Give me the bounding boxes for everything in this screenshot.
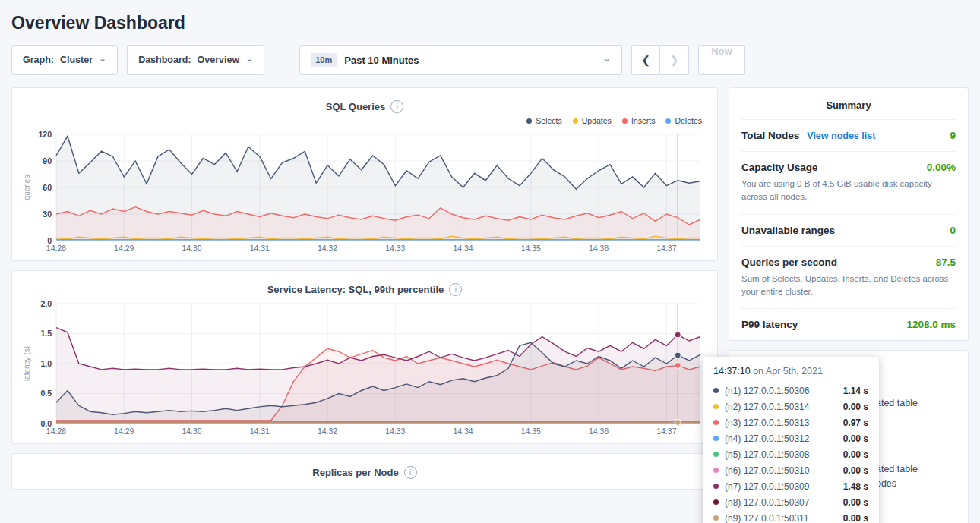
info-icon[interactable]: i xyxy=(449,283,462,296)
legend-dot-icon xyxy=(622,118,628,124)
qps-label: Queries per second xyxy=(741,257,837,268)
svg-text:14:36: 14:36 xyxy=(589,427,609,436)
dashboard-dropdown-value: Overview xyxy=(198,55,240,65)
tooltip-node-row: (n6) 127.0.0.1:503100.00 s xyxy=(713,462,868,478)
view-nodes-list-link[interactable]: View nodes list xyxy=(807,131,875,141)
unavailable-ranges-label: Unavailable ranges xyxy=(741,225,835,236)
time-prev-button[interactable]: ❮ xyxy=(631,45,660,75)
svg-text:60: 60 xyxy=(43,183,52,192)
node-color-dot-icon xyxy=(713,420,719,425)
tooltip-node-row: (n8) 127.0.0.1:503070.00 s xyxy=(713,494,868,510)
service-latency-chart[interactable]: 0.00.51.01.52.014:2814:2914:3014:3114:32… xyxy=(21,298,708,439)
service-latency-chart-card: Service Latency: SQL, 99th percentile i … xyxy=(11,270,718,444)
node-color-dot-icon xyxy=(713,499,719,505)
time-next-button[interactable]: ❯ xyxy=(660,45,689,75)
svg-text:0.5: 0.5 xyxy=(40,389,52,398)
legend-item-deletes[interactable]: Deletes xyxy=(665,116,702,125)
sql-queries-legend: SelectsUpdatesInsertsDeletes xyxy=(21,115,708,128)
node-color-dot-icon xyxy=(713,515,719,521)
page-title: Overview Dashboard xyxy=(11,0,969,45)
svg-text:14:34: 14:34 xyxy=(453,244,473,253)
summary-row-qps: Queries per second 87.5 Sum of Selects, … xyxy=(741,246,956,309)
charts-column: SQL Queries i SelectsUpdatesInsertsDelet… xyxy=(11,87,718,499)
time-range-badge: 10m xyxy=(311,53,337,67)
dashboard-select-dropdown[interactable]: Dashboard: Overview ⌄ xyxy=(127,45,264,75)
legend-dot-icon xyxy=(665,118,671,124)
svg-text:14:33: 14:33 xyxy=(385,427,405,436)
tooltip-node-row: (n9) 127.0.0.1:503110.00 s xyxy=(713,510,868,523)
sql-queries-chart-title: SQL Queries xyxy=(326,101,386,112)
summary-row-p99: P99 latency 1208.0 ms xyxy=(741,308,956,340)
svg-text:1.0: 1.0 xyxy=(40,359,52,368)
tooltip-node-row: (n4) 127.0.0.1:503120.00 s xyxy=(713,430,868,446)
chevron-down-icon: ⌄ xyxy=(245,54,253,63)
legend-item-selects[interactable]: Selects xyxy=(526,116,561,125)
dashboard-dropdown-label: Dashboard: xyxy=(138,55,191,65)
total-nodes-value: 9 xyxy=(950,130,956,141)
info-icon[interactable]: i xyxy=(404,466,417,479)
replicas-per-node-chart-card: Replicas per Node i xyxy=(11,453,718,490)
svg-text:14:28: 14:28 xyxy=(46,244,66,253)
time-range-picker[interactable]: 10m Past 10 Minutes ⌄ xyxy=(299,45,622,75)
svg-text:14:35: 14:35 xyxy=(521,427,541,436)
legend-item-updates[interactable]: Updates xyxy=(573,116,612,125)
svg-text:14:30: 14:30 xyxy=(182,427,201,436)
graph-dropdown-label: Graph: xyxy=(23,55,54,65)
svg-text:14:31: 14:31 xyxy=(250,244,270,253)
overview-dashboard-page: Overview Dashboard Graph: Cluster ⌄ Dash… xyxy=(0,0,980,523)
unavailable-ranges-value: 0 xyxy=(950,225,956,236)
replicas-chart-title: Replicas per Node xyxy=(312,467,398,478)
svg-text:14:35: 14:35 xyxy=(521,244,541,253)
capacity-usage-label: Capacity Usage xyxy=(741,162,818,173)
svg-text:14:34: 14:34 xyxy=(453,427,473,436)
svg-text:14:32: 14:32 xyxy=(318,427,337,436)
node-color-dot-icon xyxy=(713,452,719,457)
tooltip-node-row: (n1) 127.0.0.1:503061.14 s xyxy=(713,383,868,399)
tooltip-node-row: (n7) 127.0.0.1:503091.48 s xyxy=(713,478,868,494)
qps-value: 87.5 xyxy=(936,257,956,268)
svg-text:14:33: 14:33 xyxy=(385,244,405,253)
summary-title: Summary xyxy=(741,88,956,119)
qps-subtext: Sum of Selects, Updates, Inserts, and De… xyxy=(741,273,956,299)
summary-row-capacity: Capacity Usage 0.00% You are using 0 B o… xyxy=(741,151,956,214)
summary-row-unavailable-ranges: Unavailable ranges 0 xyxy=(741,214,956,246)
svg-text:latency (s): latency (s) xyxy=(23,346,31,381)
tooltip-node-row: (n3) 127.0.0.1:503130.97 s xyxy=(713,414,868,430)
legend-dot-icon xyxy=(526,118,532,124)
svg-text:14:30: 14:30 xyxy=(182,244,201,253)
tooltip-node-rows: (n1) 127.0.0.1:503061.14 s(n2) 127.0.0.1… xyxy=(713,383,868,523)
node-color-dot-icon xyxy=(713,436,719,441)
time-nav-buttons: ❮ ❯ xyxy=(631,45,689,75)
tooltip-node-row: (n2) 127.0.0.1:503140.00 s xyxy=(713,399,868,414)
svg-text:14:29: 14:29 xyxy=(114,427,134,436)
svg-text:120: 120 xyxy=(38,130,52,139)
info-icon[interactable]: i xyxy=(390,100,403,113)
p99-latency-label: P99 latency xyxy=(741,319,798,330)
chart-hover-tooltip: 14:37:10 on Apr 5th, 2021 (n1) 127.0.0.1… xyxy=(703,357,879,523)
chevron-down-icon: ⌄ xyxy=(603,54,611,63)
svg-text:14:32: 14:32 xyxy=(318,244,337,253)
legend-dot-icon xyxy=(573,118,578,124)
svg-text:14:37: 14:37 xyxy=(656,427,676,436)
dashboard-controls: Graph: Cluster ⌄ Dashboard: Overview ⌄ 1… xyxy=(11,45,969,87)
node-color-dot-icon xyxy=(713,404,719,409)
svg-text:14:31: 14:31 xyxy=(250,427,270,436)
total-nodes-label: Total Nodes xyxy=(741,130,799,141)
p99-latency-value: 1208.0 ms xyxy=(906,319,956,330)
svg-text:14:37: 14:37 xyxy=(656,244,676,253)
node-color-dot-icon xyxy=(713,484,719,489)
legend-item-inserts[interactable]: Inserts xyxy=(622,116,656,125)
svg-text:14:36: 14:36 xyxy=(589,244,609,253)
svg-text:14:28: 14:28 xyxy=(46,427,66,436)
svg-text:2.0: 2.0 xyxy=(40,299,52,308)
summary-row-total-nodes: Total Nodes View nodes list 9 xyxy=(741,119,956,151)
tooltip-node-row: (n5) 127.0.0.1:503080.00 s xyxy=(713,446,868,462)
sql-queries-chart[interactable]: 030609012014:2814:2914:3014:3114:3214:33… xyxy=(21,128,708,256)
tooltip-timestamp: 14:37:10 on Apr 5th, 2021 xyxy=(713,366,868,383)
graph-scope-dropdown[interactable]: Graph: Cluster ⌄ xyxy=(11,45,118,75)
svg-text:14:29: 14:29 xyxy=(114,244,134,253)
summary-panel: Summary Total Nodes View nodes list 9 Ca… xyxy=(729,87,969,341)
node-color-dot-icon xyxy=(713,388,719,393)
node-color-dot-icon xyxy=(713,468,719,473)
now-button[interactable]: Now xyxy=(698,45,744,75)
